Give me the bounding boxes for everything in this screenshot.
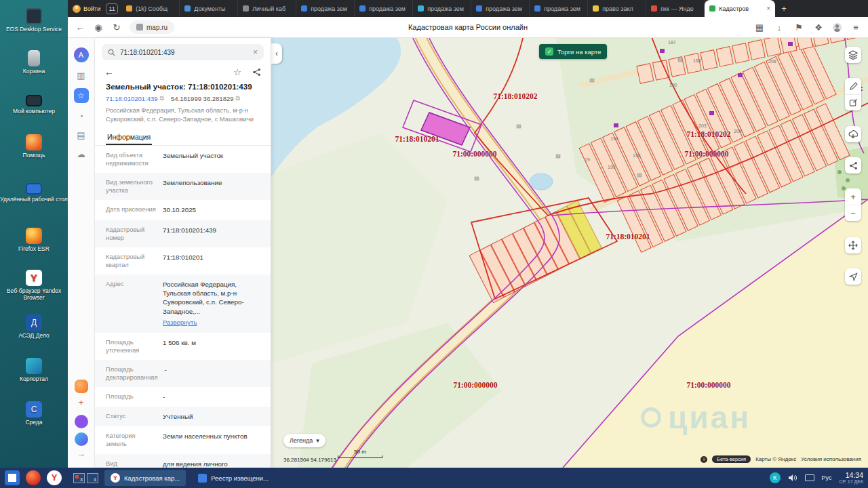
- panel-actions: ← ☆: [95, 62, 271, 81]
- volume-icon[interactable]: [788, 474, 797, 482]
- copy-icon[interactable]: ⧉: [160, 95, 164, 102]
- cadastral-map[interactable]: 71:18:010202 71:18:010201 71:00:000000 7…: [271, 38, 868, 468]
- tab-counter[interactable]: 11: [106, 3, 118, 14]
- history-icon[interactable]: ◔: [79, 111, 84, 121]
- tab-cadastral-map-active[interactable]: Кадастров×: [705, 0, 775, 17]
- quarter-label: 71:00:000000: [684, 150, 728, 158]
- ruler-button[interactable]: [845, 78, 861, 94]
- keyboard-layout[interactable]: Рус: [822, 474, 832, 481]
- chevron-down-icon: ▾: [316, 437, 319, 444]
- desktop-icon-help[interactable]: Помощь: [0, 134, 68, 159]
- sidebar-avatar[interactable]: А: [74, 47, 89, 62]
- beta-badge[interactable]: Бета-версия: [712, 455, 751, 463]
- reload-icon[interactable]: ↻: [111, 22, 122, 33]
- tab-land-sale-5[interactable]: продажа зем: [530, 0, 588, 17]
- registry-favicon: [198, 474, 207, 483]
- favorite-star-icon[interactable]: ☆: [233, 67, 241, 77]
- browser-login-button[interactable]: Войти: [68, 0, 105, 17]
- yandex-sidebar: А ▥ ☆ ◔ ▤ ☁ + →: [68, 38, 95, 468]
- info-icon[interactable]: i: [701, 456, 707, 463]
- torgi-button[interactable]: ✓ Торги на карте: [539, 44, 607, 59]
- taskbar-app-icon[interactable]: [26, 470, 41, 485]
- tab-land-sale-3[interactable]: продажа зем: [413, 0, 471, 17]
- panel-collapse-button[interactable]: ‹: [271, 43, 282, 64]
- desktop-icon-sreda[interactable]: ССреда: [0, 401, 68, 426]
- start-button[interactable]: [5, 470, 20, 485]
- desktop-icon-firefox[interactable]: Firefox ESR: [0, 228, 68, 253]
- desktop-cell-4[interactable]: 4: [87, 473, 98, 483]
- my-location-button[interactable]: [845, 268, 861, 285]
- expand-link[interactable]: Развернуть: [163, 319, 262, 327]
- tab-right-conclusion[interactable]: право закл: [588, 0, 646, 17]
- add-icon[interactable]: +: [79, 397, 84, 407]
- taskbar-yandex-icon[interactable]: Y: [47, 470, 62, 485]
- desktop: EOS Desktop Service Корзина Мой компьюте…: [0, 0, 68, 468]
- cursor-coordinates: 36.281504 54.179613: [283, 457, 336, 463]
- page-title: Кадастровая карта России онлайн: [408, 23, 528, 31]
- coordinates-chip[interactable]: 54.181999 36.281829⧉: [171, 95, 240, 102]
- new-tab-button[interactable]: +: [775, 3, 793, 14]
- taskbar-window-cadastral[interactable]: Y Кадастровая кар...: [104, 470, 186, 486]
- share-map-button[interactable]: [845, 157, 861, 174]
- panels-icon[interactable]: ▥: [77, 70, 85, 81]
- tab-information[interactable]: Информация: [106, 129, 152, 145]
- tab-pkk-yandex[interactable]: пкк — Янде: [646, 0, 705, 17]
- desktop-icon-computer[interactable]: Мой компьютер: [0, 92, 68, 115]
- tab-close-icon[interactable]: ×: [766, 5, 770, 12]
- taskbar-window-registry[interactable]: Реестр извещени...: [192, 470, 275, 486]
- desktop-icon-eos[interactable]: EOS Desktop Service: [0, 8, 68, 33]
- services-icon[interactable]: [75, 380, 88, 393]
- clear-search-icon[interactable]: ×: [253, 47, 258, 57]
- messenger-icon[interactable]: [75, 415, 88, 428]
- tab-messages[interactable]: (1k) Сообщ: [121, 0, 180, 17]
- tray-k-badge[interactable]: К: [770, 472, 781, 483]
- back-icon[interactable]: ←: [75, 22, 85, 33]
- desktop-icon-rdp[interactable]: Удалённый рабочий стол: [0, 180, 68, 203]
- cadastral-number-chip[interactable]: 71:18:010201:439⧉: [106, 95, 164, 102]
- copy-icon[interactable]: ⧉: [236, 95, 240, 102]
- share-icon[interactable]: [252, 68, 261, 77]
- tab-personal-cabinet[interactable]: Личный каб: [238, 0, 296, 17]
- zoom-out-button[interactable]: −: [845, 205, 861, 221]
- profile-icon[interactable]: [833, 23, 842, 32]
- downloads-icon[interactable]: ↓: [774, 22, 785, 33]
- tab-favicon: [418, 5, 424, 12]
- tab-land-sale-4[interactable]: продажа зем: [471, 0, 530, 17]
- search-field[interactable]: 71:18:010201:439 ×: [102, 44, 264, 60]
- tab-favicon: [709, 5, 715, 12]
- zoom-in-button[interactable]: +: [845, 188, 861, 205]
- desktop-icon-korportal[interactable]: Корпортал: [0, 358, 68, 383]
- sidebar-collapse-icon[interactable]: →: [77, 449, 85, 459]
- extensions-icon[interactable]: ❖: [813, 22, 824, 33]
- parcel-number: 198: [633, 153, 641, 158]
- menu-icon[interactable]: ≡: [850, 22, 861, 33]
- protect-icon[interactable]: ◉: [93, 22, 104, 33]
- alice-icon[interactable]: [75, 432, 88, 446]
- desktop-cell-3[interactable]: 3: [73, 473, 85, 483]
- taskbar-tray: К Рус 14:34 СР, 17 ДЕК: [770, 471, 863, 485]
- legend-button[interactable]: Легенда ▾: [283, 434, 326, 447]
- desktop-icon-yandex-browser[interactable]: YВеб-браузер Yandex Browser: [0, 270, 68, 302]
- download-map-button[interactable]: [845, 126, 861, 142]
- desktop-icon-trash[interactable]: Корзина: [0, 50, 68, 75]
- bookmarks-icon[interactable]: ⚑: [793, 22, 804, 33]
- tiles-icon[interactable]: ▦: [754, 22, 765, 33]
- tabs-panel-icon[interactable]: ▤: [77, 130, 85, 140]
- favorites-star-icon[interactable]: ☆: [74, 88, 89, 103]
- cloud-icon[interactable]: ☁: [77, 149, 85, 159]
- edit-button[interactable]: [845, 94, 861, 110]
- desktop-icon-delo[interactable]: ДАСЭД Дело: [0, 314, 68, 340]
- tab-land-sale-2[interactable]: продажа зем: [355, 0, 413, 17]
- info-row: Дата присвоения30.10.2025: [95, 200, 271, 220]
- tab-land-sale-1[interactable]: продажа зем: [296, 0, 355, 17]
- pan-mode-button[interactable]: [845, 237, 861, 253]
- display-icon[interactable]: [805, 474, 814, 481]
- layers-button[interactable]: [845, 47, 861, 63]
- parcel-number: 206: [734, 129, 742, 134]
- address-bar[interactable]: map.ru: [130, 20, 174, 34]
- terms-link[interactable]: Условия использования: [801, 456, 861, 462]
- search-input[interactable]: 71:18:010201:439: [120, 49, 248, 56]
- tab-documents[interactable]: Документы: [180, 0, 238, 17]
- panel-back-icon[interactable]: ←: [104, 66, 114, 77]
- clock[interactable]: 14:34 СР, 17 ДЕК: [839, 471, 863, 485]
